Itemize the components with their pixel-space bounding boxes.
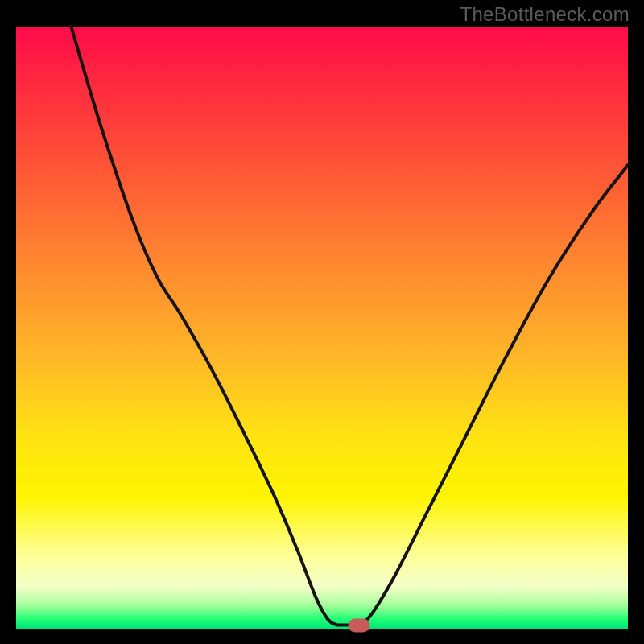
curve-path: [71, 27, 628, 626]
bottleneck-curve: [16, 27, 628, 629]
optimum-marker: [348, 618, 369, 632]
plot-area: [16, 27, 628, 629]
watermark-text: TheBottleneck.com: [460, 3, 630, 26]
figure-frame: TheBottleneck.com: [0, 0, 644, 644]
